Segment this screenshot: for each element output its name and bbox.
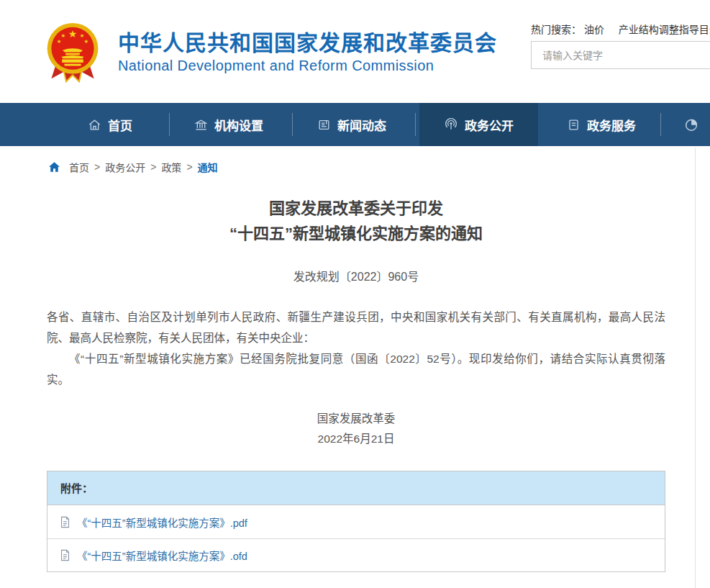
file-icon <box>60 549 70 561</box>
broadcast-icon <box>444 117 458 132</box>
nav-item-label: 机构设置 <box>214 116 263 134</box>
site-titles: 中华人民共和国国家发展和改革委员会 National Development a… <box>118 31 497 74</box>
breadcrumb-item-notice[interactable]: 通知 <box>198 160 218 174</box>
pie-chart-icon <box>683 117 699 132</box>
document-icon <box>567 118 581 132</box>
nav-item-label: 政务服务 <box>587 116 636 134</box>
article: 国家发展改革委关于印发 “十四五”新型城镇化实施方案的通知 发改规划〔2022〕… <box>47 196 665 449</box>
breadcrumb-separator: > <box>150 161 156 173</box>
nav-divider <box>660 113 661 136</box>
national-emblem-icon: ★ ★ ★ ★ ★ <box>46 20 99 85</box>
attachments-header: 附件： <box>47 471 665 505</box>
nav-divider <box>169 113 170 136</box>
home-icon <box>88 118 101 132</box>
file-icon <box>60 516 70 528</box>
attachment-row: 《“十四五”新型城镇化实施方案》.pdf <box>47 505 665 538</box>
institution-icon <box>194 118 208 132</box>
breadcrumb-item-gov-disclosure[interactable]: 政务公开 <box>105 160 145 174</box>
page: ★ ★ ★ ★ ★ 中华人民共和国国家发展和改革委员会 National Dev… <box>0 0 710 588</box>
nav-item-label: 新闻动态 <box>337 116 386 134</box>
nav-item-data[interactable] <box>683 103 706 146</box>
signature-issuer: 国家发展改革委 <box>47 409 665 429</box>
document-signature-block: 国家发展改革委 2022年6月21日 <box>47 409 665 449</box>
breadcrumb-separator: > <box>94 161 100 173</box>
nav-divider <box>415 113 416 136</box>
nav-item-news[interactable]: 新闻动态 <box>317 103 386 146</box>
search-input[interactable] <box>532 42 710 68</box>
content-right-border <box>695 148 696 588</box>
site-logo[interactable]: ★ ★ ★ ★ ★ 中华人民共和国国家发展和改革委员会 National Dev… <box>46 20 497 85</box>
svg-text:★: ★ <box>57 38 62 45</box>
nav-item-organization[interactable]: 机构设置 <box>194 103 263 146</box>
breadcrumb-home-icon[interactable] <box>47 160 61 173</box>
site-header: ★ ★ ★ ★ ★ 中华人民共和国国家发展和改革委员会 National Dev… <box>0 0 710 103</box>
document-title-line1: 国家发展改革委关于印发 <box>47 196 665 221</box>
breadcrumb-separator: > <box>186 161 192 173</box>
nav-item-label: 首页 <box>108 116 132 134</box>
hot-search-label: 热门搜索： <box>531 24 581 35</box>
attachment-link-ofd[interactable]: 《“十四五”新型城镇化实施方案》.ofd <box>77 548 247 563</box>
document-number: 发改规划〔2022〕960号 <box>47 267 665 284</box>
main-nav: 首页 机构设置 新闻动态 <box>0 103 710 146</box>
breadcrumb-item-policy[interactable]: 政策 <box>161 160 181 174</box>
search-box <box>531 41 710 69</box>
nav-item-gov-services[interactable]: 政务服务 <box>567 103 636 146</box>
attachment-row: 《“十四五”新型城镇化实施方案》.ofd <box>47 538 665 571</box>
document-title: 国家发展改革委关于印发 “十四五”新型城镇化实施方案的通知 <box>47 196 665 246</box>
hot-search-keyword-oil[interactable]: 油价 <box>584 24 604 35</box>
paragraph-main: 《“十四五”新型城镇化实施方案》已经国务院批复同意（国函〔2022〕52号）。现… <box>47 348 665 390</box>
svg-text:★: ★ <box>68 28 78 40</box>
paragraph-addressees: 各省、直辖市、自治区及计划单列市人民政府、新疆生产建设兵团，中央和国家机关有关部… <box>47 307 665 348</box>
attachment-link-pdf[interactable]: 《“十四五”新型城镇化实施方案》.pdf <box>77 515 247 530</box>
hot-search-keyword-catalog[interactable]: 产业结构调整指导目录 <box>619 24 710 35</box>
svg-text:★: ★ <box>84 38 89 45</box>
news-icon <box>317 118 331 132</box>
document-body: 各省、直辖市、自治区及计划单列市人民政府、新疆生产建设兵团，中央和国家机关有关部… <box>47 307 665 390</box>
document-title-line2: “十四五”新型城镇化实施方案的通知 <box>47 221 665 246</box>
breadcrumb-item-home[interactable]: 首页 <box>69 160 89 174</box>
attachments-panel: 附件： 《“十四五”新型城镇化实施方案》.pdf 《“十四五”新型城镇化实施方案… <box>47 471 665 572</box>
svg-text:★: ★ <box>61 32 66 39</box>
nav-item-gov-disclosure[interactable]: 政务公开 <box>419 103 538 146</box>
site-title-english: National Development and Reform Commissi… <box>118 58 497 74</box>
nav-item-home[interactable]: 首页 <box>88 103 132 146</box>
signature-date: 2022年6月21日 <box>47 429 665 449</box>
site-title-chinese: 中华人民共和国国家发展和改革委员会 <box>118 31 497 55</box>
breadcrumb: 首页 > 政务公开 > 政策 > 通知 <box>47 160 218 174</box>
hot-search-bar: 热门搜索： 油价 产业结构调整指导目录 <box>531 22 710 36</box>
nav-item-label: 政务公开 <box>465 116 514 134</box>
nav-divider <box>292 113 293 136</box>
